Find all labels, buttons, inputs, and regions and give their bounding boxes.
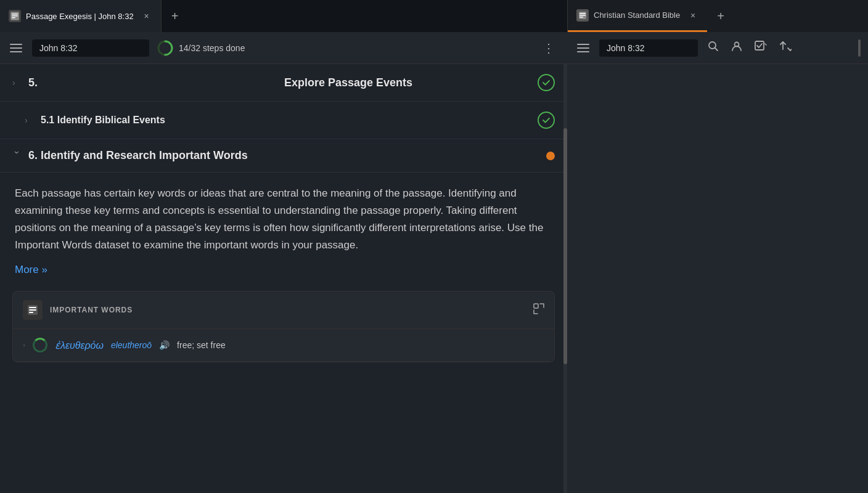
svg-rect-18 (29, 312, 33, 313)
important-words-card: IMPORTANT WORDS › ἐλευθερόω eleutheroō 🔊… (12, 291, 555, 362)
iw-expand-button[interactable] (533, 303, 544, 317)
iw-card-icon (23, 300, 43, 320)
svg-rect-16 (29, 307, 36, 308)
speaker-icon[interactable]: 🔊 (159, 340, 170, 350)
word-definition: free; set free (177, 340, 226, 350)
svg-rect-17 (29, 309, 36, 311)
hamburger-menu[interactable] (7, 41, 25, 55)
passage-search-left[interactable] (32, 39, 149, 57)
section-6-status (546, 152, 555, 160)
left-tab-close[interactable]: × (141, 10, 152, 22)
right-tab-bible[interactable]: Christian Standard Bible × (568, 0, 707, 32)
hamburger-menu-right[interactable] (575, 41, 592, 55)
loading-spinner (33, 338, 47, 352)
tab-app-icon (9, 10, 21, 22)
iw-card-title: IMPORTANT WORDS (50, 306, 526, 314)
bible-panel (567, 64, 868, 493)
section-6-chevron: › (12, 151, 22, 161)
section-5-1-status (538, 112, 555, 129)
person-icon[interactable] (729, 38, 745, 57)
section-5-title-text: Explore Passage Events (284, 76, 531, 89)
right-tab-add[interactable]: + (710, 5, 732, 27)
search-icon[interactable] (705, 38, 721, 57)
left-tab-label: Passage Exegesis | John 8:32 (26, 12, 134, 21)
svg-line-11 (715, 48, 718, 51)
left-tab-add[interactable]: + (164, 5, 186, 27)
more-link[interactable]: More » (0, 259, 567, 288)
right-tab-close[interactable]: × (687, 10, 698, 21)
section-5-1[interactable]: › 5.1 Identify Biblical Events (0, 102, 567, 139)
steps-indicator: 14/32 steps done (157, 39, 530, 57)
svg-rect-3 (12, 17, 15, 18)
transliteration: eleutheroō (111, 340, 152, 350)
iw-word-row[interactable]: › ἐλευθερόω eleutheroō 🔊 free; set free (13, 329, 554, 362)
section-5-status (538, 74, 555, 91)
svg-rect-19 (534, 304, 538, 308)
svg-rect-1 (12, 14, 18, 15)
passage-search-right[interactable] (599, 39, 698, 57)
steps-text: 14/32 steps done (179, 43, 245, 53)
svg-rect-5 (579, 13, 586, 14)
right-tab-label: Christian Standard Bible (594, 10, 680, 20)
section-6-title: 6. Identify and Research Important Words (28, 149, 540, 162)
section-6-header[interactable]: › 6. Identify and Research Important Wor… (0, 139, 567, 173)
svg-rect-2 (12, 15, 18, 17)
iw-card-header: IMPORTANT WORDS (13, 291, 554, 329)
section-5[interactable]: › 5. Explore Passage Events (0, 64, 567, 102)
svg-rect-13 (755, 41, 764, 50)
svg-rect-7 (579, 17, 583, 18)
more-options-button[interactable]: ⋮ (538, 38, 560, 58)
section-5-1-title: 5.1 Identify Biblical Events (41, 115, 531, 126)
section-5-title: 5. (28, 76, 276, 89)
section-5-chevron: › (12, 78, 22, 88)
svg-rect-6 (579, 15, 586, 16)
left-tab-exegesis[interactable]: Passage Exegesis | John 8:32 × (0, 0, 162, 32)
section-6-body: Each passage has certain key words or id… (0, 173, 567, 259)
arrows-icon[interactable] (777, 38, 794, 57)
iw-row-chevron: › (23, 341, 25, 349)
section-5-1-chevron: › (25, 115, 35, 125)
section-6: › 6. Identify and Research Important Wor… (0, 139, 567, 362)
checkbox-icon[interactable] (752, 38, 769, 57)
greek-word: ἐλευθερόω (55, 340, 104, 351)
